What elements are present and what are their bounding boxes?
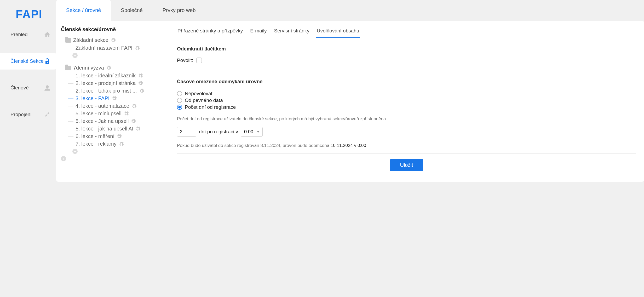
tree-item-label: 6. lekce - měření bbox=[68, 133, 114, 139]
radio-pocet-dni[interactable]: Počet dní od registrace bbox=[177, 104, 636, 111]
add-icon[interactable]: + bbox=[72, 53, 78, 58]
tab-prvky-pro-web[interactable]: Prvky pro web bbox=[153, 0, 206, 21]
sidebar-item-propojeni[interactable]: Propojení bbox=[0, 106, 56, 123]
tree-item-label: Základní nastavení FAPI bbox=[68, 45, 133, 51]
section-heading-unlock-button: Odemknutí tlačítkem bbox=[177, 46, 636, 52]
tree-item[interactable]: 5. lekce - miniupsell bbox=[68, 110, 165, 117]
gear-icon[interactable] bbox=[111, 38, 116, 43]
tree-item[interactable]: 2. lekce - prodejní stránka bbox=[68, 79, 165, 87]
tree-item[interactable]: 4. lekce - automatizace bbox=[68, 102, 165, 110]
gear-icon[interactable] bbox=[139, 88, 144, 94]
tree-folder-label: Základní sekce bbox=[73, 37, 108, 43]
sidebar-item-label: Přehled bbox=[10, 32, 28, 37]
gear-icon[interactable] bbox=[106, 65, 111, 71]
home-icon bbox=[44, 31, 51, 38]
gear-icon[interactable] bbox=[119, 141, 124, 147]
tree-item-label: 5. lekce - miniupsell bbox=[68, 111, 122, 117]
radio-group-time-unlock: Nepovolovat Od pevného data Počet dní od… bbox=[177, 90, 636, 111]
gear-icon[interactable] bbox=[138, 73, 143, 78]
tree-item-label: 7. lekce - reklamy bbox=[68, 141, 117, 147]
gear-icon[interactable] bbox=[135, 45, 140, 51]
tree-item-label: 4. lekce - automatizace bbox=[68, 103, 129, 109]
gear-icon[interactable] bbox=[124, 111, 129, 116]
tree-item-label: 5. lekce - jak na upsell AI bbox=[68, 126, 133, 132]
lock-icon bbox=[44, 58, 51, 65]
sidebar-item-prehled[interactable]: Přehled bbox=[0, 26, 56, 43]
sub-tabs: Přiřazené stránky a přízpěvky E-maily Se… bbox=[177, 26, 636, 38]
sidebar-item-label: Členové bbox=[10, 85, 29, 91]
enable-row: Povolit: bbox=[177, 58, 636, 63]
radio-label: Počet dní od registrace bbox=[185, 104, 236, 110]
radio-icon bbox=[177, 98, 182, 103]
sidebar-item-label: Členské Sekce bbox=[10, 58, 44, 64]
add-icon[interactable]: + bbox=[61, 156, 66, 161]
result-line: Pokud bude uživatel do sekce registrován… bbox=[177, 143, 636, 154]
tree-folder[interactable]: Základní sekce bbox=[61, 36, 165, 44]
days-controls: dní po registraci v 0:00 bbox=[177, 127, 636, 137]
tree-item[interactable]: 7. lekce - reklamy bbox=[68, 140, 165, 148]
folder-icon bbox=[65, 66, 71, 70]
gear-icon[interactable] bbox=[112, 96, 117, 101]
enable-checkbox[interactable] bbox=[196, 58, 202, 63]
tree-item[interactable]: 6. lekce - měření bbox=[68, 133, 165, 140]
result-prefix: Pokud bude uživatel do sekce registrován… bbox=[177, 143, 331, 148]
tree-title: Členské sekce/úrovně bbox=[61, 26, 165, 32]
radio-label: Od pevného data bbox=[185, 98, 223, 103]
gear-icon[interactable] bbox=[135, 126, 141, 132]
plug-icon bbox=[44, 111, 51, 118]
sub-tab-prirazene[interactable]: Přiřazené stránky a přízpěvky bbox=[177, 26, 243, 38]
sidebar-item-clenske-sekce[interactable]: Členské Sekce bbox=[0, 53, 56, 70]
tree-item[interactable]: 5. lekce - Jak na upsell bbox=[68, 117, 165, 125]
sub-tab-uvolnovani[interactable]: Uvolňování obsahu bbox=[316, 26, 360, 38]
divider bbox=[177, 71, 636, 71]
tree-item-label: 2. lekce - prodejní stránka bbox=[68, 80, 136, 86]
gear-icon[interactable] bbox=[131, 119, 136, 124]
radio-nepovolovat[interactable]: Nepovolovat bbox=[177, 90, 636, 97]
tab-spolecne[interactable]: Společné bbox=[111, 0, 152, 21]
days-suffix: dní po registraci v bbox=[199, 129, 238, 135]
radio-od-pevneho-data[interactable]: Od pevného data bbox=[177, 97, 636, 104]
tree-item-label: 3. lekce - FAPI bbox=[68, 95, 110, 101]
add-icon[interactable]: + bbox=[72, 149, 78, 154]
user-icon bbox=[44, 84, 51, 92]
tree-item-label: 1. lekce - ideální zákazník bbox=[68, 73, 136, 79]
tree-item[interactable]: 5. lekce - jak na upsell AI bbox=[68, 125, 165, 133]
tree-group: 7denní výzva 1. lekce - ideální zákazník… bbox=[61, 64, 165, 154]
tree-item[interactable]: 1. lekce - ideální zákazník bbox=[68, 72, 165, 79]
gear-icon[interactable] bbox=[138, 81, 143, 86]
main: Sekce / úrovně Společné Prvky pro web Čl… bbox=[56, 0, 644, 297]
days-input[interactable] bbox=[177, 127, 196, 137]
save-button[interactable]: Uložit bbox=[390, 159, 423, 171]
tree-panel: Členské sekce/úrovně Základní sekce Zákl… bbox=[61, 26, 165, 171]
radio-icon bbox=[177, 91, 182, 96]
section-heading-time-unlock: Časově omezené odemykání úrovně bbox=[177, 79, 636, 84]
gear-icon[interactable] bbox=[131, 104, 137, 109]
logo: FAPI bbox=[0, 5, 56, 26]
time-select[interactable]: 0:00 bbox=[241, 127, 263, 137]
svg-point-0 bbox=[46, 85, 49, 88]
tree-item[interactable]: Základní nastavení FAPI bbox=[68, 44, 165, 52]
tree-group: Základní sekce Základní nastavení FAPI + bbox=[61, 36, 165, 58]
tree-item[interactable]: 2. lekce - tahák pro mist ... bbox=[68, 87, 165, 95]
folder-icon bbox=[65, 38, 71, 43]
top-tabs: Sekce / úrovně Společné Prvky pro web bbox=[56, 0, 644, 21]
enable-label: Povolit: bbox=[177, 58, 193, 63]
tab-sekce-urovne[interactable]: Sekce / úrovně bbox=[56, 0, 111, 21]
radio-icon bbox=[177, 105, 182, 110]
sub-tab-emaily[interactable]: E-maily bbox=[250, 26, 267, 38]
tree-item-label: 5. lekce - Jak na upsell bbox=[68, 118, 129, 124]
tree-item-label: 2. lekce - tahák pro mist ... bbox=[68, 88, 137, 94]
hint-text: Počet dní od registrace uživatele do čle… bbox=[177, 116, 636, 122]
tree-item[interactable]: 3. lekce - FAPI bbox=[68, 95, 165, 102]
sidebar-item-label: Propojení bbox=[10, 112, 32, 117]
sub-tab-servisni[interactable]: Servisní stránky bbox=[274, 26, 310, 38]
detail-panel: Přiřazené stránky a přízpěvky E-maily Se… bbox=[172, 26, 636, 171]
tree-folder-label: 7denní výzva bbox=[73, 65, 104, 71]
sidebar: FAPI Přehled Členské Sekce Členové Propo… bbox=[0, 0, 56, 297]
content: Členské sekce/úrovně Základní sekce Zákl… bbox=[56, 21, 644, 182]
result-strong: 10.11.2024 v 0:00 bbox=[331, 143, 366, 148]
radio-label: Nepovolovat bbox=[185, 91, 212, 96]
sidebar-item-clenove[interactable]: Členové bbox=[0, 79, 56, 96]
gear-icon[interactable] bbox=[117, 134, 122, 139]
tree-folder[interactable]: 7denní výzva bbox=[61, 64, 165, 72]
